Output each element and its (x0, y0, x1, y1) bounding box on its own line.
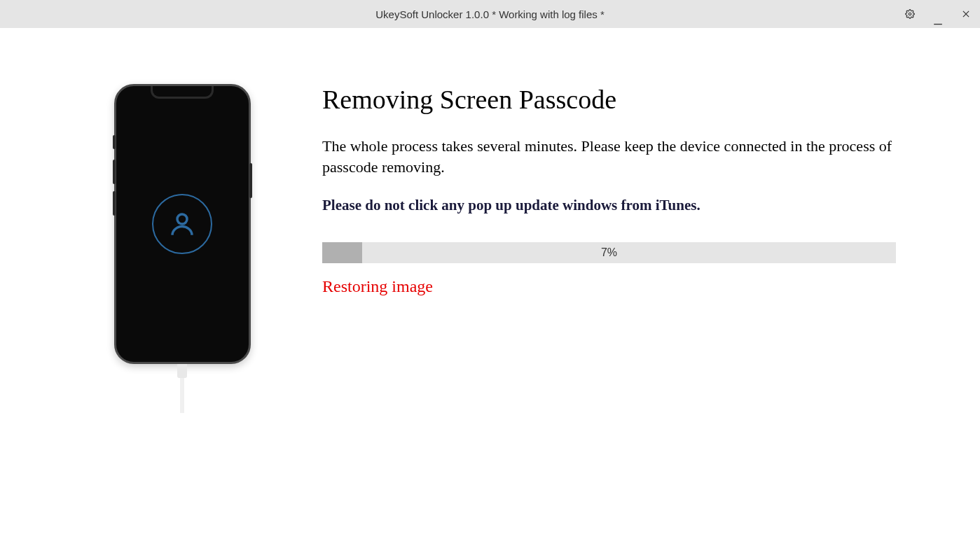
text-column: Removing Screen Passcode The whole proce… (322, 84, 938, 413)
warning-text: Please do not click any pop up update wi… (322, 197, 896, 214)
minimize-icon: _ (934, 10, 941, 24)
progress-fill (322, 242, 362, 263)
phone-notch (151, 86, 214, 99)
close-button[interactable] (952, 0, 980, 28)
phone-side-button (113, 160, 116, 184)
gear-icon (905, 9, 915, 19)
status-text: Restoring image (322, 277, 896, 296)
phone-side-button (249, 163, 252, 198)
window-title: UkeySoft Unlocker 1.0.0 * Working with l… (375, 8, 605, 20)
window-controls: _ (896, 0, 980, 28)
close-icon (961, 9, 971, 19)
progress-bar: 7% (322, 242, 896, 263)
progress-percent-label: 7% (601, 246, 617, 259)
main-content: Removing Screen Passcode The whole proce… (0, 28, 980, 413)
phone-body (114, 84, 251, 364)
phone-side-button (113, 191, 116, 216)
user-avatar-circle (152, 194, 212, 254)
phone-side-button (113, 135, 116, 149)
page-heading: Removing Screen Passcode (322, 84, 896, 115)
svg-point-0 (909, 13, 911, 15)
phone-illustration (114, 84, 251, 413)
cable-plug (177, 364, 187, 378)
phone-cable (175, 364, 189, 413)
description-text: The whole process takes several minutes.… (322, 136, 896, 177)
svg-point-3 (177, 214, 187, 224)
settings-button[interactable] (896, 0, 924, 28)
minimize-button[interactable]: _ (924, 0, 952, 28)
titlebar: UkeySoft Unlocker 1.0.0 * Working with l… (0, 0, 980, 28)
phone-illustration-column (42, 84, 322, 413)
cable-wire (180, 378, 184, 413)
user-icon (167, 209, 197, 239)
